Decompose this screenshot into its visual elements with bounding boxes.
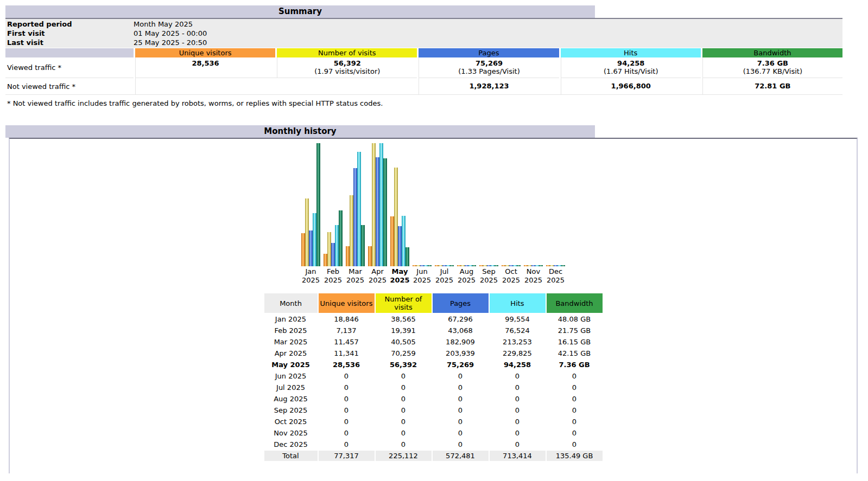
bandwidth-bar bbox=[383, 158, 387, 266]
unique-bar bbox=[324, 254, 327, 266]
visits-cell: 0 bbox=[376, 405, 432, 415]
summary-section: Summary Reported period Month May 2025 F… bbox=[5, 5, 868, 107]
unique-bar bbox=[546, 265, 550, 266]
pages-bar bbox=[465, 265, 468, 266]
month-label-text: Jun bbox=[416, 267, 427, 276]
month-label-text: Jul bbox=[440, 267, 449, 276]
month-cell: Feb 2025 bbox=[264, 325, 318, 336]
viewed-unique-cell: 28,536 bbox=[135, 57, 275, 78]
bar-group-nov-2025 bbox=[524, 265, 543, 266]
pages-cell: 75,269 bbox=[433, 360, 489, 370]
last-visit-value: 25 May 2025 - 20:50 bbox=[134, 38, 842, 47]
hits-bar bbox=[424, 265, 428, 266]
visits-bar bbox=[372, 143, 376, 266]
visits-bar bbox=[350, 195, 353, 266]
table-row: Jul 202500000 bbox=[264, 382, 603, 393]
visits-cell: 0 bbox=[376, 416, 432, 427]
visits-cell: 38,565 bbox=[376, 314, 432, 324]
table-row: Nov 202500000 bbox=[264, 428, 603, 438]
pages-bar bbox=[531, 265, 535, 266]
bandwidth-cell: 0 bbox=[547, 394, 603, 404]
bandwidth-cell: 0 bbox=[547, 439, 603, 450]
monthly-col-header-bandwidth: Bandwidth bbox=[547, 293, 603, 313]
viewed-traffic-label: Viewed traffic * bbox=[5, 57, 134, 78]
month-cell: Dec 2025 bbox=[264, 439, 318, 450]
bandwidth-bar bbox=[495, 265, 498, 266]
pages-bar bbox=[487, 265, 491, 266]
bandwidth-bar bbox=[561, 265, 565, 266]
table-row: Sep 202500000 bbox=[264, 405, 603, 415]
bar-group-jul-2025 bbox=[435, 265, 454, 266]
unique-bar bbox=[502, 265, 505, 266]
viewed-pages-ratio: (1.33 Pages/Visit) bbox=[419, 67, 559, 75]
viewed-visits-ratio: (1.97 visits/visitor) bbox=[277, 67, 417, 75]
pages-bar bbox=[353, 168, 357, 266]
month-label: Nov2025 bbox=[524, 267, 543, 285]
table-row: Aug 202500000 bbox=[264, 394, 603, 404]
header-number-of-visits: Number of visits bbox=[277, 48, 417, 57]
viewed-bandwidth-ratio: (136.77 KB/Visit) bbox=[703, 67, 842, 75]
unique-bar bbox=[413, 265, 416, 266]
hits-bar bbox=[313, 213, 316, 266]
month-label-text: Dec bbox=[549, 267, 562, 276]
monthly-history-chart: Jan2025Feb2025Mar2025Apr2025May2025Jun20… bbox=[10, 142, 857, 285]
pages-bar bbox=[331, 243, 335, 266]
hits-cell: 0 bbox=[490, 439, 546, 450]
bandwidth-bar bbox=[428, 265, 432, 266]
hits-bar bbox=[335, 225, 339, 266]
summary-info-block: Reported period Month May 2025 First vis… bbox=[5, 19, 842, 48]
awstats-page: Summary Reported period Month May 2025 F… bbox=[0, 0, 868, 481]
viewed-traffic-row: Viewed traffic * 28,536 56,392 (1.97 vis… bbox=[5, 57, 842, 78]
month-cell: Sep 2025 bbox=[264, 405, 318, 415]
pages-cell: 43,068 bbox=[433, 325, 489, 336]
month-label: Apr2025 bbox=[368, 267, 387, 285]
monthly-history-title: Monthly history bbox=[5, 125, 595, 138]
month-label-text: 2025 bbox=[302, 276, 320, 285]
hits-cell: 99,554 bbox=[490, 314, 546, 324]
summary-table: Reported period Month May 2025 First vis… bbox=[5, 18, 842, 95]
month-cell: Total bbox=[264, 451, 318, 461]
table-row: Feb 20257,13719,39143,06876,52421.75 GB bbox=[264, 325, 603, 336]
pages-bar bbox=[398, 226, 402, 266]
bandwidth-bar bbox=[472, 265, 476, 266]
table-row: Jan 202518,84638,56567,29699,55448.08 GB bbox=[264, 314, 603, 324]
bandwidth-cell: 0 bbox=[547, 405, 603, 415]
month-cell: Jul 2025 bbox=[264, 382, 318, 393]
monthly-history-frame: Jan2025Feb2025Mar2025Apr2025May2025Jun20… bbox=[9, 138, 858, 473]
not-viewed-footnote: * Not viewed traffic includes traffic ge… bbox=[5, 99, 868, 107]
visits-cell: 40,505 bbox=[376, 337, 432, 347]
month-label-text: 2025 bbox=[458, 276, 476, 285]
table-row: Dec 202500000 bbox=[264, 439, 603, 450]
viewed-pages-value: 75,269 bbox=[419, 59, 559, 67]
hits-cell: 0 bbox=[490, 382, 546, 393]
visits-cell: 56,392 bbox=[376, 360, 432, 370]
viewed-bandwidth-cell: 7.36 GB (136.77 KB/Visit) bbox=[702, 57, 842, 78]
unique-cell: 0 bbox=[319, 382, 375, 393]
month-label-text: 2025 bbox=[502, 276, 520, 285]
bandwidth-bar bbox=[450, 265, 454, 266]
visits-bar bbox=[394, 168, 398, 266]
month-label-text: Nov bbox=[527, 267, 540, 276]
bandwidth-cell: 0 bbox=[547, 382, 603, 393]
visits-cell: 0 bbox=[376, 439, 432, 450]
month-label: Jan2025 bbox=[301, 267, 320, 285]
summary-header-row: Unique visitors Number of visits Pages H… bbox=[5, 48, 842, 57]
bandwidth-cell: 135.49 GB bbox=[547, 451, 603, 461]
pages-cell: 0 bbox=[433, 439, 489, 450]
visits-cell: 19,391 bbox=[376, 325, 432, 336]
bandwidth-bar bbox=[339, 210, 343, 266]
header-bandwidth: Bandwidth bbox=[702, 48, 842, 57]
bandwidth-bar bbox=[406, 247, 409, 266]
bandwidth-cell: 42.15 GB bbox=[547, 348, 603, 358]
unique-cell: 0 bbox=[319, 405, 375, 415]
pages-bar bbox=[420, 265, 424, 266]
unique-bar bbox=[435, 265, 439, 266]
unique-bar bbox=[457, 265, 461, 266]
bar-group-aug-2025 bbox=[457, 265, 476, 266]
monthly-history-section: Monthly history Jan2025Feb2025Mar2025Apr… bbox=[5, 125, 868, 473]
bar-group-apr-2025 bbox=[368, 143, 387, 266]
month-cell: May 2025 bbox=[264, 360, 318, 370]
month-label-text: Sep bbox=[482, 267, 496, 276]
visits-cell: 0 bbox=[376, 394, 432, 404]
visits-bar bbox=[550, 265, 554, 266]
